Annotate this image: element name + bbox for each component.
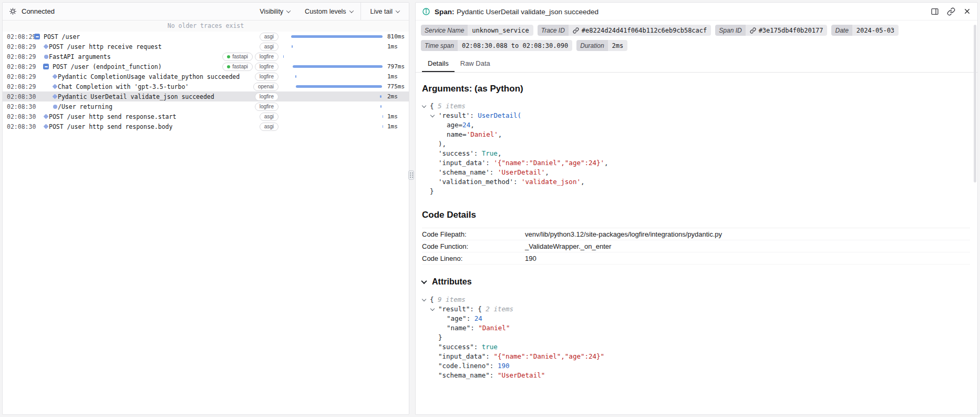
- log-circle-icon: [53, 105, 57, 109]
- span-meta-row-secondary: Time span 02:08:30.088 to 02:08:30.090 D…: [416, 40, 977, 51]
- collapse-chevron-icon[interactable]: [422, 297, 426, 301]
- code-detail-row: Code Function: _ValidateWrapper._on_ente…: [422, 240, 970, 252]
- scope-badge-logfire: logfire: [255, 63, 278, 71]
- collapse-chevron-icon[interactable]: [430, 307, 435, 311]
- time-span-chip-label: Time span: [421, 40, 458, 51]
- duration-chip-value: 2ms: [608, 40, 628, 51]
- trace-tree: POST /user http receive request: [32, 43, 254, 50]
- code-line: 'input_data': '{"name":"Daniel","age":24…: [422, 158, 970, 168]
- code-token: :: [490, 371, 498, 379]
- code-token: "Daniel": [478, 324, 510, 332]
- scope-badge-asgi: asgi: [260, 113, 278, 121]
- code-token: :: [486, 352, 493, 360]
- code-details-heading: Code Details: [422, 210, 970, 220]
- trace-timestamp: 02:08:30: [3, 123, 32, 130]
- duration-chip-label: Duration: [576, 40, 607, 51]
- collapse-toggle-icon[interactable]: [43, 64, 49, 69]
- duration-bar-track: [283, 121, 384, 131]
- code-token: "age": [447, 314, 467, 322]
- trace-id-chip[interactable]: Trace ID #e8224d24d41f064b112c6eb9cb58ca…: [538, 25, 711, 36]
- span-id-chip[interactable]: Span ID #3e175db4f0b20177: [715, 25, 827, 36]
- duration-bar-track: [283, 62, 384, 72]
- scope-badge-logfire: logfire: [255, 53, 278, 61]
- trace-row[interactable]: 02:08:29POST /userasgi810ms: [3, 32, 409, 42]
- duration-bar-track: [283, 42, 384, 52]
- duration-bar-track: [283, 52, 384, 62]
- trace-tree: POST /user: [32, 33, 254, 40]
- span-title: Pydantic UserDetail validate_json succee…: [457, 8, 599, 16]
- tab-raw-data[interactable]: Raw Data: [455, 55, 496, 72]
- trace-tree: POST /user http send response.body: [32, 123, 254, 130]
- span-kind-label: Span:: [435, 8, 455, 16]
- dock-panel-icon[interactable]: [931, 7, 939, 16]
- chevron-down-icon: [421, 278, 427, 284]
- live-tail-dropdown[interactable]: Live tail: [360, 3, 409, 20]
- code-token: 'result': [438, 111, 470, 119]
- code-lineno-label: Code Lineno:: [422, 255, 525, 262]
- code-token: {: [430, 296, 438, 303]
- custom-levels-dropdown[interactable]: Custom levels: [297, 3, 360, 20]
- trace-row[interactable]: 02:08:30POST /user http send response.bo…: [3, 121, 409, 131]
- trace-toolbar: Connected Visibility Custom levels Live …: [3, 3, 409, 21]
- trace-row[interactable]: 02:08:29Chat Completion with 'gpt-3.5-tu…: [3, 82, 409, 91]
- scope-badge-logfire: logfire: [255, 103, 278, 111]
- code-token: '{"name":"Daniel","age":24}': [493, 159, 604, 167]
- code-line: }: [422, 187, 970, 196]
- duration-bar: [380, 95, 381, 98]
- code-token: "UserDetail": [498, 371, 545, 379]
- fastapi-status-dot-icon: [227, 55, 230, 58]
- duration-bar: [296, 85, 382, 88]
- scrollbar-thumb[interactable]: [974, 25, 976, 182]
- trace-row[interactable]: 02:08:29FastAPI argumentsfastapilogfire: [3, 52, 409, 62]
- trace-badges: logfire: [255, 93, 278, 101]
- duration-bar: [383, 115, 384, 118]
- detail-tabs: Details Raw Data: [416, 55, 977, 73]
- code-token: :: [490, 362, 498, 370]
- attributes-heading-label: Attributes: [432, 277, 472, 287]
- code-token: :: [467, 314, 474, 322]
- code-token: ,: [581, 178, 585, 186]
- code-token: 5 items: [438, 102, 466, 110]
- duration-bar-track: [283, 82, 384, 91]
- trace-timestamp: 02:08:29: [3, 53, 32, 60]
- trace-row[interactable]: 02:08:29POST /user (endpoint_function)fa…: [3, 62, 409, 72]
- trace-row[interactable]: 02:08:29Pydantic CompletionUsage validat…: [3, 72, 409, 82]
- trace-id-chip-value: #e8224d24d41f064b112c6eb9cb58cacf: [582, 27, 707, 34]
- collapse-toggle-icon[interactable]: [34, 34, 40, 39]
- duration-bar: [292, 45, 293, 48]
- trace-row[interactable]: 02:08:29POST /user http receive requesta…: [3, 42, 409, 52]
- time-span-chip-value: 02:08:30.088 to 02:08:30.090: [458, 40, 572, 51]
- collapse-chevron-icon[interactable]: [430, 113, 435, 117]
- span-id-chip-label: Span ID: [715, 25, 745, 36]
- panel-resize-handle[interactable]: [408, 170, 414, 180]
- code-token: ,: [498, 130, 502, 138]
- code-line: "name": "Daniel": [422, 323, 970, 333]
- trace-badges: openai: [253, 83, 278, 91]
- visibility-dropdown-label: Visibility: [260, 8, 283, 15]
- trace-row[interactable]: 02:08:30Pydantic UserDetail validate_jso…: [3, 91, 409, 101]
- date-chip: Date 2024-05-03: [831, 25, 899, 36]
- trace-timestamp: 02:08:29: [3, 33, 32, 40]
- collapse-chevron-icon[interactable]: [422, 104, 426, 108]
- copy-link-icon[interactable]: [947, 7, 955, 16]
- duration-bar: [291, 35, 383, 38]
- trace-row[interactable]: 02:08:30POST /user http send response.st…: [3, 111, 409, 121]
- tab-details[interactable]: Details: [422, 55, 455, 72]
- custom-levels-dropdown-label: Custom levels: [305, 8, 346, 15]
- trace-timestamp: 02:08:29: [3, 63, 32, 70]
- time-span-chip: Time span 02:08:30.088 to 02:08:30.090: [421, 40, 572, 51]
- code-token: ,: [470, 121, 474, 129]
- code-function-label: Code Function:: [422, 242, 525, 250]
- link-icon: [573, 27, 579, 34]
- service-name-chip: Service Name unknown_service: [421, 25, 533, 36]
- code-line: 'result': UserDetail(: [422, 111, 970, 120]
- trace-row[interactable]: 02:08:30/User returninglogfire: [3, 101, 409, 111]
- settings-gear-icon[interactable]: [9, 7, 17, 15]
- trace-badges: fastapilogfire: [222, 53, 278, 61]
- code-token: True: [482, 149, 498, 157]
- attributes-heading[interactable]: Attributes: [422, 277, 970, 287]
- code-token: :: [513, 178, 521, 186]
- visibility-dropdown[interactable]: Visibility: [252, 3, 297, 20]
- code-token: :: [490, 168, 498, 176]
- close-icon[interactable]: [963, 7, 971, 16]
